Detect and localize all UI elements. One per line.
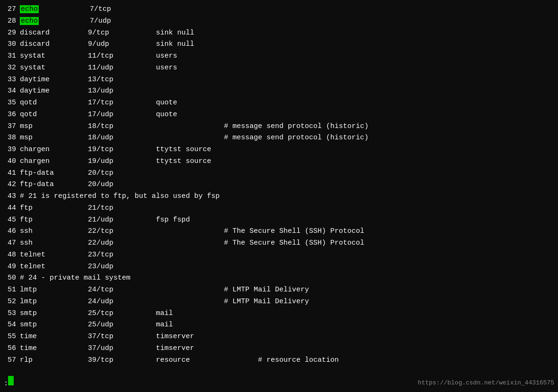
line-47: 47 ssh 22/udp # The Secure Shell (SSH) P… [0, 238, 558, 249]
line-30: 30 discard 9/udp sink null [0, 39, 558, 51]
line-content: daytime 13/tcp [20, 74, 558, 86]
line-content: smtp 25/udp mail [20, 319, 558, 331]
line-number: 29 [2, 27, 20, 39]
line-number: 56 [2, 343, 20, 355]
line-57: 57 rlp 39/tcp resource # resource locati… [0, 355, 558, 366]
line-content: ftp 21/tcp [20, 203, 558, 214]
line-number: 28 [2, 16, 20, 27]
prompt-colon: : [4, 380, 8, 388]
line-content: lmtp 24/tcp # LMTP Mail Delivery [20, 284, 558, 296]
line-29: 29 discard 9/tcp sink null [0, 27, 558, 39]
line-content: daytime 13/udp [20, 85, 558, 97]
line-34: 34 daytime 13/udp [0, 85, 558, 97]
line-43: 43 # 21 is registered to ftp, but also u… [0, 191, 558, 203]
line-49: 49 telnet 23/udp [0, 261, 558, 273]
line-39: 39 chargen 19/tcp ttytst source [0, 144, 558, 156]
line-37: 37 msp 18/tcp # message send protocol (h… [0, 121, 558, 133]
line-content: lmtp 24/udp # LMTP Mail Delivery [20, 296, 558, 308]
line-number: 45 [2, 214, 20, 226]
line-content: qotd 17/udp quote [20, 109, 558, 121]
line-33: 33 daytime 13/tcp [0, 74, 558, 86]
line-number: 52 [2, 296, 20, 308]
line-content: chargen 19/udp ttytst source [20, 156, 558, 168]
line-content: echo 7/tcp [20, 4, 558, 16]
line-number: 57 [2, 355, 20, 366]
line-50: 50 # 24 - private mail system [0, 273, 558, 284]
line-content: ssh 22/tcp # The Secure Shell (SSH) Prot… [20, 226, 558, 238]
line-42: 42 ftp-data 20/udp [0, 179, 558, 191]
line-content: msp 18/udp # message send protocol (hist… [20, 132, 558, 144]
line-number: 49 [2, 261, 20, 273]
line-56: 56 time 37/udp timserver [0, 343, 558, 355]
line-number: 50 [2, 273, 20, 284]
line-55: 55 time 37/tcp timserver [0, 331, 558, 343]
line-content: systat 11/tcp users [20, 51, 558, 62]
line-40: 40 chargen 19/udp ttytst source [0, 156, 558, 168]
line-number: 35 [2, 97, 20, 109]
line-number: 27 [2, 4, 20, 16]
line-52: 52 lmtp 24/udp # LMTP Mail Delivery [0, 296, 558, 308]
line-number: 37 [2, 121, 20, 133]
line-number: 32 [2, 62, 20, 74]
line-53: 53 smtp 25/tcp mail [0, 308, 558, 320]
line-number: 36 [2, 109, 20, 121]
line-number: 39 [2, 144, 20, 156]
line-content: ftp-data 20/tcp [20, 168, 558, 179]
line-number: 31 [2, 51, 20, 62]
line-number: 44 [2, 203, 20, 214]
line-number: 46 [2, 226, 20, 238]
line-44: 44 ftp 21/tcp [0, 203, 558, 214]
line-content: # 24 - private mail system [20, 273, 558, 284]
line-number: 43 [2, 191, 20, 203]
line-number: 53 [2, 308, 20, 320]
line-content: ftp-data 20/udp [20, 179, 558, 191]
line-content: echo 7/udp [20, 16, 558, 27]
line-46: 46 ssh 22/tcp # The Secure Shell (SSH) P… [0, 226, 558, 238]
line-number: 30 [2, 39, 20, 51]
line-45: 45 ftp 21/udp fsp fspd [0, 214, 558, 226]
line-27: 27 echo 7/tcp [0, 4, 558, 16]
line-number: 51 [2, 284, 20, 296]
line-number: 33 [2, 74, 20, 86]
line-content: rlp 39/tcp resource # resource location [20, 355, 558, 366]
footer-url: https://blog.csdn.net/weixin_44316575 [418, 378, 554, 388]
line-content: ftp 21/udp fsp fspd [20, 214, 558, 226]
line-number: 48 [2, 249, 20, 261]
line-content: time 37/tcp timserver [20, 331, 558, 343]
line-content: # 21 is registered to ftp, but also used… [20, 191, 558, 203]
line-38: 38 msp 18/udp # message send protocol (h… [0, 132, 558, 144]
line-content: systat 11/udp users [20, 62, 558, 74]
line-content: discard 9/tcp sink null [20, 27, 558, 39]
line-48: 48 telnet 23/tcp [0, 249, 558, 261]
line-31: 31 systat 11/tcp users [0, 51, 558, 62]
line-54: 54 smtp 25/udp mail [0, 319, 558, 331]
line-content: msp 18/tcp # message send protocol (hist… [20, 121, 558, 133]
cursor-area: : [4, 376, 14, 390]
line-number: 41 [2, 168, 20, 179]
line-number: 54 [2, 319, 20, 331]
line-41: 41 ftp-data 20/tcp [0, 168, 558, 179]
terminal: 27 echo 7/tcp 28 echo 7/udp 29 discard 9… [0, 0, 558, 392]
line-content: chargen 19/tcp ttytst source [20, 144, 558, 156]
line-number: 40 [2, 156, 20, 168]
line-32: 32 systat 11/udp users [0, 62, 558, 74]
line-number: 34 [2, 85, 20, 97]
line-28: 28 echo 7/udp [0, 16, 558, 27]
line-36: 36 qotd 17/udp quote [0, 109, 558, 121]
highlight-echo: echo [20, 17, 39, 25]
line-content: telnet 23/udp [20, 261, 558, 273]
line-number: 42 [2, 179, 20, 191]
line-content: smtp 25/tcp mail [20, 308, 558, 320]
line-content: qotd 17/tcp quote [20, 97, 558, 109]
highlight-echo: echo [20, 5, 39, 13]
cursor-block [8, 376, 14, 385]
line-number: 47 [2, 238, 20, 249]
line-number: 38 [2, 132, 20, 144]
line-content: discard 9/udp sink null [20, 39, 558, 51]
line-35: 35 qotd 17/tcp quote [0, 97, 558, 109]
line-51: 51 lmtp 24/tcp # LMTP Mail Delivery [0, 284, 558, 296]
line-content: telnet 23/tcp [20, 249, 558, 261]
line-content: ssh 22/udp # The Secure Shell (SSH) Prot… [20, 238, 558, 249]
footer: : https://blog.csdn.net/weixin_44316575 [0, 376, 558, 390]
line-number: 55 [2, 331, 20, 343]
